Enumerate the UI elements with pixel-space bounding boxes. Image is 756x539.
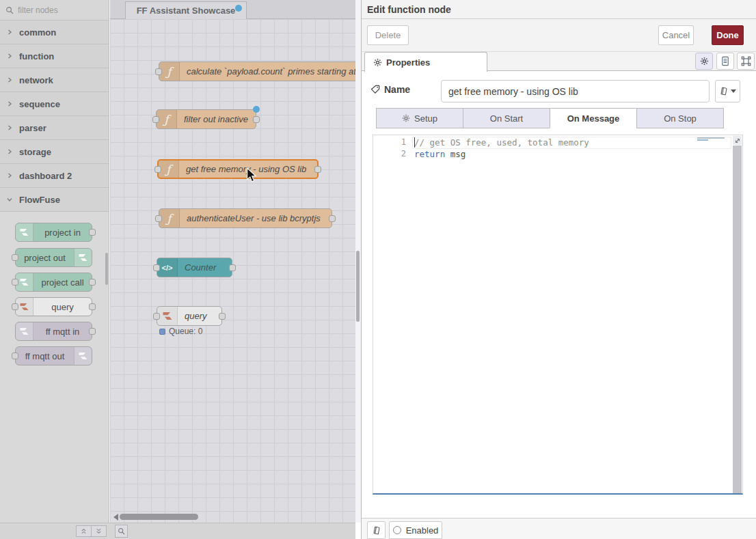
palette-node-project-call[interactable]: project call <box>15 273 92 292</box>
hscroll-left-arrow[interactable] <box>113 514 118 521</box>
tray-title: Edit function node <box>367 4 451 15</box>
output-port[interactable] <box>329 215 336 222</box>
output-port[interactable] <box>314 166 321 173</box>
output-port[interactable] <box>89 229 96 236</box>
palette-scrollbar[interactable] <box>105 253 108 285</box>
edit-properties-button[interactable] <box>695 53 713 70</box>
flow-tab-label: FF Assistant Showcase <box>137 5 236 16</box>
enabled-label: Enabled <box>406 525 439 536</box>
output-port[interactable] <box>219 313 226 320</box>
function-tabs: Setup On Start On Message On Stop <box>376 108 724 128</box>
tab-on-message[interactable]: On Message <box>550 108 637 128</box>
palette-node-query[interactable]: query <box>15 297 92 316</box>
editor-scrollbar[interactable] <box>733 146 742 493</box>
search-flows-button[interactable] <box>115 525 128 538</box>
palette-node-ff-mqtt-out[interactable]: ff mqtt out <box>15 346 92 365</box>
palette-node-project-in[interactable]: project in <box>15 223 92 242</box>
input-port[interactable] <box>12 279 18 286</box>
palette-category-dashboard-2[interactable]: dashboard 2 <box>0 164 109 188</box>
tab-on-stop[interactable]: On Stop <box>636 108 724 128</box>
output-port[interactable] <box>253 116 260 123</box>
editor-expand-button[interactable] <box>733 136 742 145</box>
properties-form: Name Setup On Start On Message <box>362 71 756 518</box>
tab-label: On Start <box>490 113 523 124</box>
canvas-vertical-scrollbar[interactable] <box>355 0 361 523</box>
name-input[interactable] <box>441 80 710 102</box>
input-port[interactable] <box>153 264 160 271</box>
enabled-toggle-button[interactable]: Enabled <box>389 521 442 539</box>
category-label: parser <box>19 123 46 133</box>
library-button[interactable] <box>715 80 740 102</box>
vscroll-thumb[interactable] <box>356 251 360 322</box>
chevron-right-icon <box>7 149 19 154</box>
line-number: 2 <box>373 148 406 160</box>
delete-button[interactable]: Delete <box>367 25 409 45</box>
palette-node-project-out[interactable]: project out <box>15 248 92 267</box>
category-label: common <box>19 27 56 38</box>
node-changed-dot <box>253 106 260 113</box>
palette-footer <box>0 523 110 539</box>
palette-category-network[interactable]: network <box>0 68 109 92</box>
input-port[interactable] <box>152 116 159 123</box>
palette-category-function[interactable]: function <box>0 44 109 68</box>
input-port[interactable] <box>155 215 162 222</box>
input-port[interactable] <box>154 166 161 173</box>
tray-toolbar: Delete Cancel Done <box>362 19 756 52</box>
palette-filter-input[interactable] <box>18 5 100 15</box>
input-port[interactable] <box>155 68 162 75</box>
tab-changed-dot <box>235 5 242 12</box>
chevron-right-icon <box>7 77 19 83</box>
done-button[interactable]: Done <box>712 25 744 45</box>
palette-category-storage[interactable]: storage <box>0 140 109 164</box>
output-port[interactable] <box>89 328 96 335</box>
palette-category-sequence[interactable]: sequence <box>0 92 109 116</box>
status-text: Queue: 0 <box>169 327 202 336</box>
code-editor[interactable]: 1 2 // get OS free, used, total memory r… <box>373 135 743 495</box>
palette-category-common[interactable]: common <box>0 20 109 44</box>
node-label: query <box>178 307 214 325</box>
code-icon: </> <box>157 258 178 277</box>
output-port[interactable] <box>89 303 96 310</box>
expand-categories-button[interactable] <box>91 525 107 537</box>
input-port[interactable] <box>12 353 18 359</box>
category-label: FlowFuse <box>19 195 60 205</box>
tab-properties-label: Properties <box>386 57 430 68</box>
gear-icon <box>373 58 382 67</box>
gear-icon <box>700 57 709 66</box>
edit-description-button[interactable] <box>716 53 734 70</box>
tab-on-start[interactable]: On Start <box>463 108 550 128</box>
category-label: function <box>19 51 54 61</box>
hscroll-thumb[interactable] <box>120 514 198 520</box>
output-port[interactable] <box>89 279 96 286</box>
code-keyword: return <box>414 149 445 159</box>
node-authenticate-user[interactable]: ƒ authenticateUser - use lib bcryptjs <box>159 208 332 228</box>
output-port[interactable] <box>229 264 236 271</box>
palette-category-flowfuse[interactable]: FlowFuse <box>0 188 109 212</box>
flow-tab[interactable]: FF Assistant Showcase <box>125 1 247 19</box>
input-port[interactable] <box>12 303 18 310</box>
palette-category-parser[interactable]: parser <box>0 116 109 140</box>
editor-minimap[interactable] <box>697 137 731 141</box>
input-port[interactable] <box>12 254 18 261</box>
tab-setup[interactable]: Setup <box>376 108 463 128</box>
node-get-free-memory[interactable]: ƒ get free memory - using OS lib <box>157 159 319 179</box>
workspace-canvas[interactable]: FF Assistant Showcase ƒ calculate `paylo… <box>110 0 355 523</box>
node-counter[interactable]: </> Counter <box>157 258 232 277</box>
tab-properties[interactable]: Properties <box>364 52 487 72</box>
input-port[interactable] <box>153 313 160 320</box>
chevron-right-icon <box>7 173 19 178</box>
node-query[interactable]: query <box>157 306 222 326</box>
cancel-button[interactable]: Cancel <box>658 25 694 45</box>
library-export-button[interactable] <box>367 521 386 539</box>
collapse-categories-button[interactable] <box>76 525 92 537</box>
node-calculate-primes[interactable]: ƒ calculate `payload.count` primes start… <box>159 61 355 81</box>
node-label: get free memory - using OS lib <box>179 161 313 178</box>
flowfuse-icon <box>16 223 33 241</box>
node-label: Counter <box>178 258 223 277</box>
function-icon: ƒ <box>159 161 179 178</box>
name-row: Name <box>362 77 756 105</box>
gear-icon <box>402 114 410 122</box>
node-appearance-button[interactable] <box>737 53 755 70</box>
palette-node-ff-mqtt-in[interactable]: ff mqtt in <box>15 322 92 341</box>
node-filter-out-inactive[interactable]: ƒ filter out inactive <box>156 109 256 129</box>
